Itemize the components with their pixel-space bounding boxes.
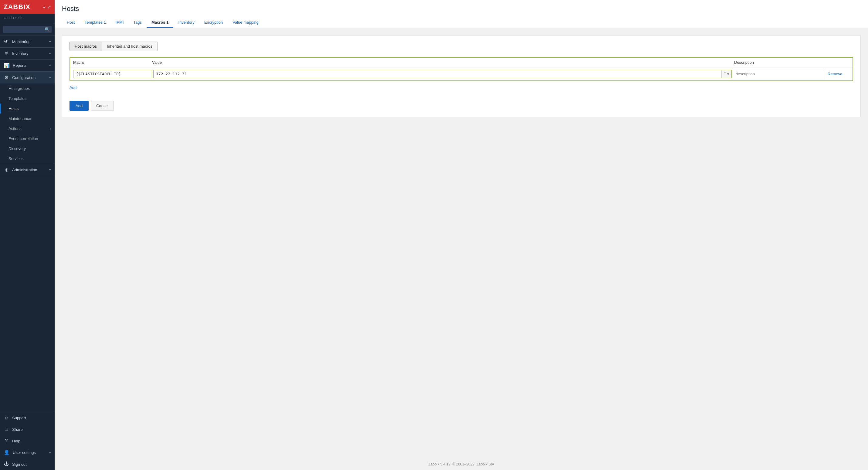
event-correlation-label: Event correlation [8,136,38,141]
tab-templates[interactable]: Templates 1 [80,18,111,28]
sidebar-header: ZABBIX « ⤢ [0,0,55,14]
actions-col-header [825,60,849,65]
configuration-chevron: ▾ [49,76,51,80]
sidebar-item-administration[interactable]: ⊕ Administration ▾ [0,164,55,176]
macro-col-header: Macro [73,60,152,65]
sidebar-item-administration-label: Administration [12,168,37,172]
description-col-header: Description [734,60,825,65]
inventory-icon: ≡ [4,51,9,56]
share-label: Share [12,427,23,432]
templates-label: Templates [8,96,26,101]
tab-host[interactable]: Host [62,18,80,28]
form-actions: Add Cancel [69,101,853,111]
sidebar-item-reports[interactable]: 📊 Reports ▾ [0,60,55,71]
tab-ipmi[interactable]: IPMI [111,18,129,28]
collapse-icon[interactable]: « [43,5,45,9]
support-label: Support [12,416,26,420]
share-icon: □ [4,427,9,432]
sign-out-label: Sign out [12,462,27,467]
macros-table-header: Macro Value Description [70,58,852,67]
tab-inventory[interactable]: Inventory [173,18,199,28]
help-icon: ? [4,438,9,444]
cancel-button[interactable]: Cancel [91,101,114,111]
sidebar-item-event-correlation[interactable]: Event correlation [0,134,55,144]
maintenance-label: Maintenance [8,116,31,121]
actions-label: Actions [8,126,22,131]
sidebar-item-user-settings[interactable]: 👤 User settings ▾ [0,447,55,459]
page-title: Hosts [62,5,861,13]
monitoring-icon: 👁 [4,39,9,44]
configuration-icon: ⚙ [4,75,9,81]
sidebar-item-monitoring[interactable]: 👁 Monitoring ▾ [0,36,55,47]
discovery-label: Discovery [8,146,26,151]
sidebar-search-container: 🔍 [0,23,55,36]
sidebar-item-host-groups[interactable]: Host groups [0,84,55,93]
macros-table: Macro Value Description T ▾ Remove [69,57,853,81]
reports-icon: 📊 [4,63,10,68]
sign-out-icon: ⏻ [4,462,9,467]
sidebar-item-inventory-label: Inventory [12,51,28,56]
monitoring-chevron: ▾ [49,40,51,44]
add-row-link[interactable]: Add [69,85,76,90]
host-groups-label: Host groups [8,86,30,91]
sidebar-item-sign-out[interactable]: ⏻ Sign out [0,459,55,470]
main-content: Hosts Host Templates 1 IPMI Tags Macros … [55,0,868,470]
sidebar-item-help[interactable]: ? Help [0,435,55,447]
page-content-area: Host macros Inherited and host macros Ma… [55,28,868,459]
hosts-label: Hosts [8,106,19,111]
page-footer: Zabbix 5.4.12, © 2001–2022, Zabbix SIA [55,459,868,470]
description-input[interactable] [733,70,824,78]
tab-bar: Host Templates 1 IPMI Tags Macros 1 Inve… [62,18,861,28]
tab-encryption[interactable]: Encryption [199,18,228,28]
macro-input[interactable] [73,70,152,78]
inventory-chevron: ▾ [49,52,51,56]
user-settings-chevron: ▾ [49,450,51,454]
footer-text: Zabbix 5.4.12, © 2001–2022, Zabbix SIA [429,462,494,466]
sidebar-item-reports-label: Reports [13,63,27,68]
expand-icon[interactable]: ⤢ [48,5,51,9]
remove-link[interactable]: Remove [825,72,849,76]
host-macros-toggle[interactable]: Host macros [69,41,102,51]
sidebar-item-configuration-label: Configuration [12,75,35,80]
logo[interactable]: ZABBIX [4,3,30,11]
administration-icon: ⊕ [4,167,9,173]
add-button[interactable]: Add [69,101,89,111]
page-header: Hosts Host Templates 1 IPMI Tags Macros … [55,0,868,28]
value-type-button[interactable]: T ▾ [721,70,732,78]
value-input[interactable] [154,70,721,78]
macros-card: Host macros Inherited and host macros Ma… [62,35,861,117]
sidebar-username: zabbix-redis [0,14,55,23]
value-col-header: Value [152,60,734,65]
user-settings-label: User settings [13,450,36,455]
actions-chevron: › [50,127,51,130]
reports-chevron: ▾ [49,63,51,67]
sidebar-item-share[interactable]: □ Share [0,423,55,435]
sidebar-item-templates[interactable]: Templates [0,93,55,104]
tab-value-mapping[interactable]: Value mapping [228,18,264,28]
services-label: Services [8,156,24,161]
macros-toggle-group: Host macros Inherited and host macros [69,41,853,51]
sidebar-item-actions[interactable]: Actions › [0,124,55,134]
sidebar-item-hosts[interactable]: Hosts [0,104,55,114]
table-row: T ▾ Remove [70,67,852,81]
tab-tags[interactable]: Tags [129,18,147,28]
help-label: Help [12,439,20,443]
sidebar-item-discovery[interactable]: Discovery [0,144,55,154]
sidebar-item-services[interactable]: Services [0,154,55,164]
tab-macros[interactable]: Macros 1 [147,18,173,28]
inherited-macros-toggle[interactable]: Inherited and host macros [102,41,157,51]
user-settings-icon: 👤 [4,450,10,456]
sidebar-item-inventory[interactable]: ≡ Inventory ▾ [0,48,55,59]
sidebar-item-monitoring-label: Monitoring [12,39,31,44]
sidebar-item-support[interactable]: ○ Support [0,412,55,423]
administration-chevron: ▾ [49,168,51,172]
sidebar-item-configuration[interactable]: ⚙ Configuration ▾ [0,72,55,84]
support-icon: ○ [4,415,9,420]
value-wrapper: T ▾ [153,70,732,78]
sidebar-item-maintenance[interactable]: Maintenance [0,114,55,124]
sidebar: ZABBIX « ⤢ zabbix-redis 🔍 👁 Monitoring ▾… [0,0,55,470]
search-button[interactable]: 🔍 [44,27,50,32]
search-input[interactable] [3,26,52,33]
